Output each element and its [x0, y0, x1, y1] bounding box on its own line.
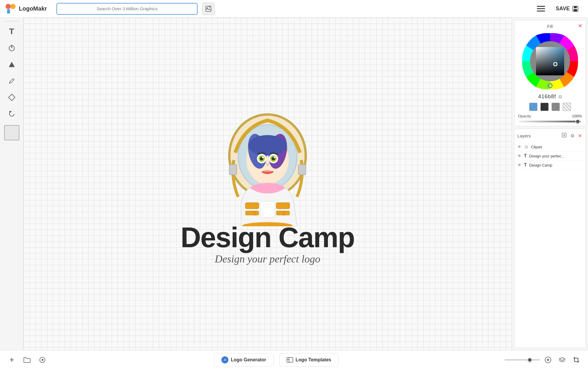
play-icon: [39, 357, 46, 363]
svg-rect-34: [260, 201, 275, 217]
triangle-icon: [8, 61, 15, 68]
svg-rect-7: [574, 9, 577, 11]
svg-rect-31: [276, 203, 290, 209]
svg-rect-6: [574, 6, 577, 8]
layer-eye-subtitle[interactable]: 👁: [517, 154, 522, 158]
canvas-area[interactable]: Design Camp Design your perfect logo: [24, 18, 512, 350]
svg-point-0: [6, 4, 11, 9]
layer-title-name: Design Camp: [529, 163, 582, 167]
fit-screen-icon: [544, 356, 552, 363]
preset-colors: [518, 103, 582, 111]
upload-image-button[interactable]: [202, 3, 215, 15]
layer-row-title[interactable]: 👁 T Design Camp: [517, 161, 582, 170]
astronaut-illustration: [212, 103, 323, 226]
svg-rect-30: [245, 203, 259, 209]
layer-row-clipart[interactable]: 👁 ☺ Clipart: [517, 142, 582, 152]
crop-icon: [573, 356, 580, 363]
hamburger-line-1: [537, 6, 545, 7]
svg-rect-3: [206, 6, 211, 11]
layers-close-button[interactable]: ✕: [577, 132, 582, 139]
open-folder-button[interactable]: [21, 354, 33, 366]
logo-subtitle-text[interactable]: Design your perfect logo: [215, 253, 320, 265]
save-label: SAVE: [556, 6, 570, 12]
opacity-label: Opacity: [518, 114, 568, 118]
text-tool-button[interactable]: T: [4, 24, 20, 39]
layer-row-subtitle[interactable]: 👁 T Design your perfec...: [517, 152, 582, 161]
layer-eye-clipart[interactable]: 👁: [517, 144, 522, 149]
add-icon: +: [9, 355, 14, 364]
logo-templates-button[interactable]: Logo Templates: [279, 353, 339, 367]
preset-swatch-transparent[interactable]: [563, 103, 571, 111]
layers-header: Layers ⚙ ✕: [517, 132, 582, 139]
opacity-slider-thumb[interactable]: [575, 119, 580, 124]
logo-area: LogoMakr: [5, 3, 52, 15]
layers-settings-button[interactable]: ⚙: [570, 132, 575, 139]
logo-title-text[interactable]: Design Camp: [181, 223, 354, 252]
history-icon: [8, 110, 16, 118]
color-wheel-container[interactable]: [518, 32, 582, 91]
layers-toggle-button[interactable]: [556, 354, 568, 366]
layer-clipart-icon: ☺: [524, 144, 529, 149]
bottom-bar: + Ai Logo Generator Logo Templates: [0, 350, 588, 369]
fit-to-screen-button[interactable]: [542, 354, 554, 366]
layers-panel-title: Layers: [517, 133, 559, 138]
svg-point-26: [262, 157, 264, 158]
hamburger-line-2: [537, 8, 545, 9]
layer-title-icon: T: [524, 162, 527, 168]
copy-icon[interactable]: ⧉: [559, 94, 562, 99]
svg-point-19: [248, 135, 287, 156]
crop-button[interactable]: [570, 354, 582, 366]
power-tool-button[interactable]: [4, 40, 20, 56]
save-icon: [572, 6, 579, 12]
folder-icon: [23, 357, 31, 363]
svg-rect-28: [229, 164, 237, 175]
svg-rect-2: [7, 9, 10, 14]
header: LogoMakr SAVE: [0, 0, 588, 18]
right-panel: ✕ Fill: [512, 18, 588, 350]
ai-generator-label: Logo Generator: [231, 357, 266, 363]
layers-icon: [559, 357, 566, 363]
hamburger-menu-button[interactable]: [536, 4, 546, 14]
diamond-icon: [8, 94, 16, 101]
color-hex-value[interactable]: 416b8f: [538, 94, 556, 100]
opacity-slider-container[interactable]: [518, 121, 582, 122]
canvas-thumbnail[interactable]: [4, 125, 19, 140]
layer-subtitle-name: Design your perfec...: [529, 154, 582, 158]
toolbar-divider-top: [4, 21, 19, 21]
preset-swatch-blue[interactable]: [529, 103, 537, 111]
opacity-slider[interactable]: [519, 121, 581, 122]
layer-eye-title[interactable]: 👁: [517, 163, 522, 167]
svg-rect-51: [287, 358, 293, 362]
color-hex-row: 416b8f ⧉: [518, 94, 582, 100]
ai-logo-generator-button[interactable]: Ai Logo Generator: [214, 353, 273, 367]
left-toolbar: T: [0, 18, 24, 350]
history-tool-button[interactable]: [4, 106, 20, 122]
color-wheel-svg[interactable]: [521, 32, 579, 91]
preset-swatch-gray[interactable]: [552, 103, 560, 111]
svg-rect-32: [245, 211, 259, 215]
save-button[interactable]: SAVE: [551, 3, 583, 14]
play-button[interactable]: [36, 354, 48, 366]
opacity-value: 100%: [570, 114, 582, 118]
add-element-button[interactable]: +: [6, 354, 18, 366]
preset-swatch-dark[interactable]: [540, 103, 549, 111]
svg-point-27: [274, 157, 275, 158]
canvas-content: Design Camp Design your perfect logo: [181, 103, 354, 265]
templates-icon: [287, 357, 293, 363]
color-panel-close-button[interactable]: ✕: [578, 23, 582, 29]
zoom-slider-thumb[interactable]: [527, 358, 532, 362]
ai-icon: Ai: [221, 356, 228, 363]
zoom-slider[interactable]: [505, 359, 540, 360]
svg-point-1: [10, 4, 16, 9]
zoom-slider-container: [505, 359, 540, 360]
color-panel: ✕ Fill: [514, 20, 586, 126]
search-input[interactable]: [56, 3, 198, 15]
pen-tool-button[interactable]: [4, 73, 20, 89]
fill-tool-button[interactable]: [4, 90, 20, 105]
opacity-row: Opacity 100%: [518, 114, 582, 118]
shape-tool-button[interactable]: [4, 57, 20, 72]
ai-icon-text: Ai: [224, 358, 226, 361]
svg-marker-10: [9, 62, 15, 67]
app-title: LogoMakr: [19, 5, 47, 12]
layers-add-button[interactable]: [561, 132, 567, 139]
